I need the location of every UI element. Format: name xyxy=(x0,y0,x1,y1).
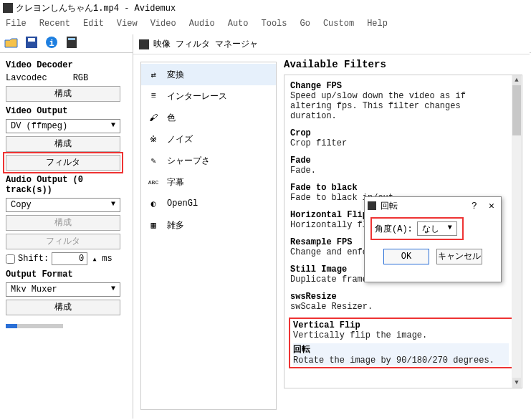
video-output-heading: Video Output xyxy=(6,106,127,116)
filter-desc: Speed up/slow down the video as if alter… xyxy=(290,91,512,121)
help-icon[interactable]: ? xyxy=(468,201,481,211)
filter-manager-title: 映像 フィルタ マネージャ xyxy=(153,38,258,50)
output-format-heading: Output Format xyxy=(6,269,127,280)
menu-view[interactable]: View xyxy=(117,19,138,29)
dialog-buttons: OK キャンセル xyxy=(372,249,494,264)
menu-custom[interactable]: Custom xyxy=(323,19,354,29)
menu-auto[interactable]: Auto xyxy=(228,19,249,29)
cat-sharpness[interactable]: ✎シャープさ xyxy=(141,150,276,171)
shift-unit: ms xyxy=(102,254,112,264)
dialog-titlebar[interactable]: 回転 ? ✕ xyxy=(365,197,501,214)
sharp-icon: ✎ xyxy=(147,156,160,166)
filter-name: Vertical Flip xyxy=(293,320,509,330)
dialog-body: 角度(A): なし ▼ OK キャンセル xyxy=(365,214,501,269)
calculator-icon[interactable] xyxy=(63,34,80,51)
opengl-icon: ◐ xyxy=(147,199,160,209)
menubar: File Recent Edit View Video Audio Auto T… xyxy=(0,16,531,32)
shift-checkbox-input[interactable] xyxy=(6,254,15,264)
shift-value-input[interactable] xyxy=(52,252,87,265)
audio-filter-button: フィルタ xyxy=(6,234,120,249)
cancel-button[interactable]: キャンセル xyxy=(436,249,482,264)
angle-select[interactable]: なし ▼ xyxy=(417,221,457,236)
filter-item[interactable]: Change FPSSpeed up/slow down the video a… xyxy=(290,81,512,121)
save-icon[interactable] xyxy=(23,34,40,51)
filter-desc: Rotate the image by 90/180/270 degrees. xyxy=(293,355,509,366)
filter-name: swsResize xyxy=(290,292,512,302)
cat-label: 字幕 xyxy=(167,176,184,188)
menu-edit[interactable]: Edit xyxy=(83,19,104,29)
menu-recent[interactable]: Recent xyxy=(39,19,70,29)
menu-file[interactable]: File xyxy=(6,19,27,29)
filter-desc: Vertically flip the image. xyxy=(293,330,509,340)
menu-help[interactable]: Help xyxy=(367,19,388,29)
decoder-mode: RGB xyxy=(73,73,89,83)
video-filter-button[interactable]: フィルタ xyxy=(6,155,120,171)
menu-go[interactable]: Go xyxy=(300,19,310,29)
cat-noise[interactable]: ※ノイズ xyxy=(141,128,276,150)
scroll-up-icon[interactable]: ▲ xyxy=(512,75,521,85)
cat-label: 色 xyxy=(167,112,176,124)
timeline-slider[interactable] xyxy=(6,324,63,328)
ok-button[interactable]: OK xyxy=(383,249,429,264)
scroll-thumb[interactable] xyxy=(512,85,521,135)
cat-subtitle[interactable]: ABC字幕 xyxy=(141,171,276,193)
decoder-configure-button[interactable]: 構成 xyxy=(6,86,120,102)
cat-opengl[interactable]: ◐OpenGl xyxy=(141,193,276,214)
info-icon[interactable]: i xyxy=(43,34,60,51)
output-format-select[interactable]: Mkv Muxer ▼ xyxy=(6,282,120,297)
category-list: ⇄変換 ≡インターレース 🖌色 ※ノイズ ✎シャープさ ABC字幕 ◐OpenG… xyxy=(140,62,277,410)
audio-output-select[interactable]: Copy ▼ xyxy=(6,198,120,212)
chevron-down-icon: ▼ xyxy=(108,200,118,210)
video-configure-button[interactable]: 構成 xyxy=(6,136,120,152)
close-icon[interactable]: ✕ xyxy=(485,200,498,211)
interlace-icon: ≡ xyxy=(147,91,160,101)
scrollbar[interactable]: ▲ ▼ xyxy=(512,75,522,388)
filter-item[interactable]: Vertical FlipVertically flip the image. xyxy=(293,320,509,340)
app-icon xyxy=(368,201,376,210)
angle-row: 角度(A): なし ▼ xyxy=(372,219,462,239)
shift-checkbox[interactable]: Shift: xyxy=(6,254,49,264)
decoder-info: Lavcodec RGB xyxy=(6,73,127,83)
noise-icon: ※ xyxy=(147,134,160,144)
format-configure-button[interactable]: 構成 xyxy=(6,300,120,315)
filter-item[interactable]: swsResizeswScale Resizer. xyxy=(290,292,512,312)
open-icon[interactable] xyxy=(3,34,20,51)
decoder-name: Lavcodec xyxy=(6,73,47,83)
scroll-down-icon[interactable]: ▼ xyxy=(512,378,521,388)
svg-rect-5 xyxy=(68,38,75,40)
video-output-select[interactable]: DV (ffmpeg) ▼ xyxy=(6,119,120,133)
filter-name: Fade to black xyxy=(290,183,512,193)
filter-name: Crop xyxy=(290,128,512,138)
cat-label: インターレース xyxy=(167,90,227,102)
chevron-down-icon: ▼ xyxy=(445,224,455,234)
menu-tools[interactable]: Tools xyxy=(262,19,287,29)
cat-misc[interactable]: ▦雑多 xyxy=(141,214,276,236)
cat-label: シャープさ xyxy=(167,155,210,167)
svg-text:i: i xyxy=(49,39,54,49)
cat-transform[interactable]: ⇄変換 xyxy=(141,64,276,85)
video-output-value: DV (ffmpeg) xyxy=(11,121,67,131)
audio-output-value: Copy xyxy=(11,200,32,210)
angle-value: なし xyxy=(422,223,439,235)
cat-label: 雑多 xyxy=(167,219,184,232)
rotate-highlight-box: Vertical FlipVertically flip the image. … xyxy=(290,319,512,367)
stepper-icon[interactable]: ▴ xyxy=(90,254,99,264)
audio-output-heading: Audio Output (0 track(s)) xyxy=(6,175,127,195)
filter-item[interactable]: FadeFade. xyxy=(290,156,512,176)
cat-label: 変換 xyxy=(167,69,184,81)
filter-manager-titlebar: 映像 フィルタ マネージャ xyxy=(133,34,530,54)
transform-icon: ⇄ xyxy=(147,70,160,80)
menu-video[interactable]: Video xyxy=(150,19,176,29)
menu-audio[interactable]: Audio xyxy=(189,19,215,29)
filter-item-rotate[interactable]: 回転Rotate the image by 90/180/270 degrees… xyxy=(293,343,509,366)
cat-interlace[interactable]: ≡インターレース xyxy=(141,85,276,107)
subtitle-icon: ABC xyxy=(147,177,160,187)
misc-icon: ▦ xyxy=(147,220,160,230)
angle-label: 角度(A): xyxy=(375,223,413,235)
chevron-down-icon: ▼ xyxy=(108,285,118,295)
dialog-title: 回転 xyxy=(381,200,398,212)
filter-item[interactable]: CropCrop filter xyxy=(290,128,512,148)
filter-name: Fade xyxy=(290,156,512,166)
available-filters-heading: Available Filters xyxy=(284,59,522,70)
cat-color[interactable]: 🖌色 xyxy=(141,107,276,128)
